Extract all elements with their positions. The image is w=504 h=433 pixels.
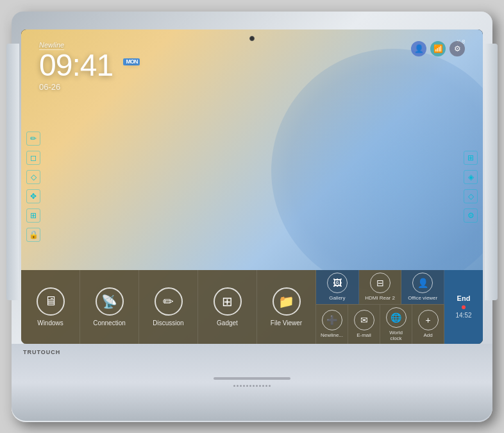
hdmi-icon: ⊟ — [370, 273, 391, 293]
hdmi-label: HDMI Rear 2 — [365, 295, 395, 301]
email-icon: ✉ — [354, 310, 374, 330]
worldclock-label: World clock — [383, 330, 409, 341]
quick-email[interactable]: ✉ E-mail — [348, 305, 380, 344]
quick-newline[interactable]: ➕ Newline... — [316, 305, 348, 344]
bg-circle — [271, 49, 483, 293]
quick-office[interactable]: 👤 Office viewer — [401, 270, 444, 304]
shape-tool[interactable]: ◇ — [26, 170, 40, 184]
top-right-icons: 👤 📶 ⚙ — [411, 41, 465, 56]
pen-tool[interactable]: ✏ — [26, 132, 40, 146]
clock-date: 06-26 — [39, 82, 140, 92]
file-viewer-icon: 📁 — [273, 287, 301, 316]
end-button-label[interactable]: End — [457, 294, 471, 303]
gallery-label: Gallery — [329, 295, 345, 301]
quick-gallery[interactable]: 🖼 Gallery — [316, 270, 359, 304]
newline-app-icon: ➕ — [322, 310, 342, 330]
email-label: E-mail — [357, 332, 371, 338]
clock-area: 09:41 MON 06-26 — [39, 50, 140, 92]
quick-worldclock[interactable]: 🌐 World clock — [380, 305, 412, 344]
app-gadget[interactable]: ⊞ Gadget — [198, 270, 257, 344]
discussion-icon: ✏ — [155, 287, 183, 316]
network-icon[interactable]: 📶 — [430, 41, 446, 56]
day-badge: MON — [123, 58, 140, 65]
file-viewer-label: File Viewer — [271, 319, 302, 327]
gadget-icon: ⊞ — [214, 287, 242, 316]
windows-label: Windows — [37, 319, 63, 327]
settings-icon[interactable]: ⚙ — [449, 41, 465, 56]
camera — [249, 36, 255, 41]
left-bezel — [6, 44, 19, 300]
end-panel: End 14:52 — [444, 270, 483, 344]
app-file-viewer[interactable]: 📁 File Viewer — [257, 270, 316, 344]
trutouch-label: TRUTOUCH — [23, 349, 60, 355]
gadget-label: Gadget — [217, 319, 238, 327]
office-icon: 👤 — [412, 273, 433, 293]
end-time: 14:52 — [455, 312, 471, 319]
quick-access-panel: 🖼 Gallery ⊟ HDMI Rear 2 👤 Office viewer — [316, 270, 444, 344]
right-tool-4[interactable]: ⚙ — [464, 208, 478, 223]
add-icon: + — [418, 310, 439, 330]
connection-label: Connection — [93, 319, 126, 327]
end-dot — [462, 305, 466, 309]
move-tool[interactable]: ✥ — [26, 189, 40, 203]
speaker-grille — [233, 385, 271, 387]
bottom-bezel: TRUTOUCH — [12, 344, 492, 421]
app-connection[interactable]: 📡 Connection — [80, 270, 139, 344]
newline-app-label: Newline... — [321, 332, 343, 338]
right-tool-2[interactable]: ◈ — [464, 170, 478, 184]
right-sidebar: ⊞ ◈ ◇ ⚙ — [464, 151, 478, 223]
add-label: Add — [423, 332, 432, 338]
taskbar-apps: 🖥 Windows 📡 Connection ✏ Discussion ⊞ Ga… — [21, 270, 316, 344]
quick-add[interactable]: + Add — [412, 305, 444, 344]
worldclock-icon: 🌐 — [386, 307, 407, 328]
screen-frame: Newline X·8 09:41 MON 06-26 👤 📶 ⚙ ✏ ◻ — [21, 30, 483, 344]
right-tool-3[interactable]: ◇ — [464, 189, 478, 203]
taskbar: 🖥 Windows 📡 Connection ✏ Discussion ⊞ Ga… — [21, 270, 483, 344]
right-bezel — [485, 44, 498, 300]
windows-icon: 🖥 — [37, 287, 65, 316]
eraser-tool[interactable]: ◻ — [26, 151, 40, 165]
quick-bottom-row: ➕ Newline... ✉ E-mail 🌐 World clock — [316, 305, 444, 344]
gallery-icon: 🖼 — [327, 273, 348, 293]
app-windows[interactable]: 🖥 Windows — [21, 270, 80, 344]
left-sidebar: ✏ ◻ ◇ ✥ ⊞ 🔒 — [26, 132, 40, 242]
bottom-bar — [214, 377, 290, 380]
device: Newline X·8 09:41 MON 06-26 👤 📶 ⚙ ✏ ◻ — [12, 12, 492, 422]
clock-time: 09:41 MON — [39, 50, 140, 81]
user-icon[interactable]: 👤 — [411, 41, 426, 56]
right-tool-1[interactable]: ⊞ — [464, 151, 478, 165]
app-discussion[interactable]: ✏ Discussion — [139, 270, 198, 344]
screen: Newline X·8 09:41 MON 06-26 👤 📶 ⚙ ✏ ◻ — [21, 30, 483, 344]
connection-icon: 📡 — [96, 287, 124, 316]
office-label: Office viewer — [408, 295, 437, 301]
quick-top-row: 🖼 Gallery ⊟ HDMI Rear 2 👤 Office viewer — [316, 270, 444, 305]
zoom-tool[interactable]: ⊞ — [26, 208, 40, 223]
quick-hdmi[interactable]: ⊟ HDMI Rear 2 — [359, 270, 402, 304]
lock-tool[interactable]: 🔒 — [26, 228, 40, 242]
discussion-label: Discussion — [153, 319, 183, 327]
